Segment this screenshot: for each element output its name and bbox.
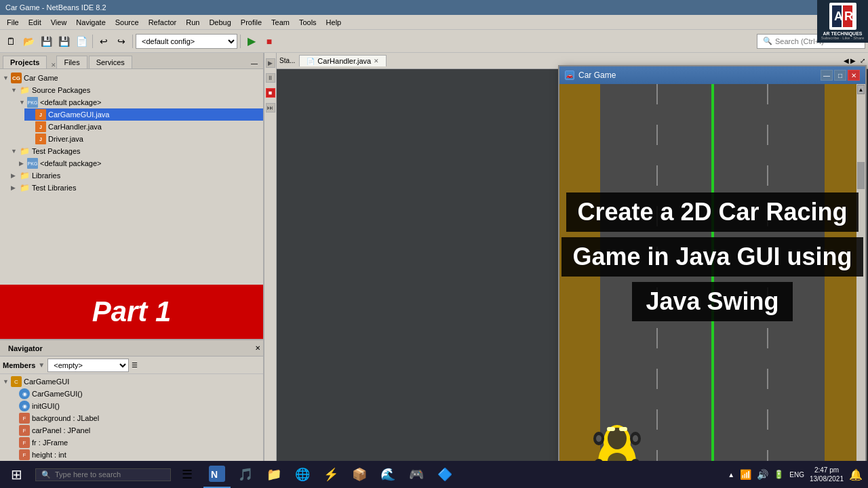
menu-view[interactable]: View [47,17,71,28]
java-file-icon-3: J [35,134,46,144]
editor-tab-label: CarHandler.java [317,57,371,65]
field-icon-2: F [19,425,30,436]
menu-file[interactable]: File [3,17,23,28]
scrollbar-thumb[interactable] [857,162,865,189]
run-toolbar-btn3[interactable]: ■ [266,88,275,98]
save-all-btn[interactable]: 💾 [56,33,72,49]
taskbar-netbeans[interactable]: N [203,461,231,488]
output-tab-label: Sta... [279,57,295,64]
taskbar-app7[interactable]: 🎮 [403,461,430,488]
java-file-icon-2: J [35,121,46,132]
editor-tab-close[interactable]: ✕ [374,58,379,64]
tree-item-libraries[interactable]: ▶ 📁 Libraries [8,169,263,182]
editor-maximize-btn[interactable]: ⤢ [860,57,865,64]
redo-btn[interactable]: ↪ [113,33,130,49]
menu-navigate[interactable]: Navigate [72,17,109,28]
menu-run[interactable]: Run [182,17,203,28]
taskbar-app8[interactable]: 🔷 [431,461,458,488]
project-tree: ▼ CG Car Game ▼ 📁 Source Packages ▼ PKG … [0,69,263,285]
nav-item-constructor[interactable]: ◉ CarGameGUI() [8,388,263,400]
menu-profile[interactable]: Profile [237,17,266,28]
tray-battery: 🔋 [774,470,784,479]
vertical-toolbar: ▶ ⏸ ■ ⏭ [264,53,277,488]
task-view-btn[interactable]: ☰ [174,461,201,488]
folder-icon: 📁 [19,85,30,96]
tab-files[interactable]: Files [56,56,87,68]
panel-collapse-btn[interactable]: — [248,58,260,68]
menu-refactor[interactable]: Refactor [144,17,181,28]
clock-time: 2:47 pm [810,466,844,474]
tree-item-default-package[interactable]: ▼ PKG <default package> [16,96,263,108]
tree-label-source-packages: Source Packages [32,86,90,94]
run-btn[interactable]: ▶ [243,33,260,49]
panel-tabs: Projects ✕ Files Services — [0,53,263,69]
nav-btn[interactable]: ☰ [132,361,138,369]
taskbar-spotify[interactable]: 🎵 [232,461,259,488]
navigator-close-btn[interactable]: ✕ [255,344,260,352]
taskbar-fileexplorer[interactable]: 📁 [260,461,288,488]
open-project-btn[interactable]: 📂 [20,33,37,49]
taskbar-app5[interactable]: 📦 [346,461,373,488]
taskbar-app4[interactable]: ⚡ [317,461,344,488]
taskbar-search-icon: 🔍 [41,470,51,479]
tray-network[interactable]: 📶 [740,469,751,480]
new-project-btn[interactable]: 🗒 [3,33,19,49]
tree-arrow-pkg: ▼ [19,99,27,106]
navigator-tab[interactable]: Navigator [3,343,48,354]
taskbar-clock[interactable]: 2:47 pm 13/08/2021 [810,466,844,483]
navigator-header: Navigator ✕ [0,340,263,357]
nav-item-carpanel[interactable]: F carPanel : JPanel [8,424,263,436]
svg-text:A: A [834,9,843,23]
ar-subtext: Subscribe · Like · Share [821,36,865,40]
tree-item-test-libraries[interactable]: ▶ 📁 Test Libraries [8,182,263,194]
run-toolbar-btn1[interactable]: ▶ [266,58,275,68]
taskbar-chrome[interactable]: 🌐 [289,461,316,488]
tree-arrow: ▼ [3,75,11,81]
nav-item-height[interactable]: F height : int [8,449,263,461]
nav-item-class[interactable]: ▼ C CarGameGUI [0,375,263,388]
menu-source[interactable]: Source [111,17,143,28]
car-game-maximize[interactable]: □ [834,70,846,81]
nav-dropdown[interactable]: <empty> [47,359,129,372]
run-toolbar-btn4[interactable]: ⏭ [266,103,275,113]
projects-tab-close[interactable]: ✕ [51,62,56,68]
tree-label-driver: Driver.java [48,135,83,143]
nav-label-background: background : JLabel [32,414,99,422]
undo-btn[interactable]: ↩ [96,33,112,49]
run-toolbar-btn2[interactable]: ⏸ [266,73,275,83]
open-file-btn[interactable]: 📄 [73,33,90,49]
tab-scroll-left[interactable]: ◀ [844,57,849,64]
nav-item-fr[interactable]: F fr : JFrame [8,436,263,449]
menu-team[interactable]: Team [267,17,294,28]
tree-item-carhandler[interactable]: J CarHandler.java [24,121,263,133]
tree-item-source-packages[interactable]: ▼ 📁 Source Packages [8,84,263,96]
car-game-close[interactable]: ✕ [848,70,860,81]
taskbar-app6[interactable]: 🌊 [374,461,401,488]
tree-item-cargamegui[interactable]: J CarGameGUI.java [24,108,263,121]
config-dropdown[interactable]: <default config> [136,34,237,49]
tab-services[interactable]: Services [89,56,132,68]
car-game-minimize[interactable]: — [821,70,833,81]
menu-debug[interactable]: Debug [205,17,235,28]
start-button[interactable]: ⊞ [0,461,33,488]
tree-item-test-default-pkg[interactable]: ▶ PKG <default package> [16,157,263,169]
tray-chevron[interactable]: ▲ [728,471,734,479]
stop-btn[interactable]: ■ [261,33,277,49]
nav-item-initgui[interactable]: ◉ initGUI() [8,400,263,412]
scrollbar-up[interactable]: ▲ [857,85,865,94]
tab-scroll-right[interactable]: ▶ [850,57,856,64]
tree-label-cargamegui: CarGameGUI.java [48,110,109,119]
carhandler-tab[interactable]: 📄 CarHandler.java ✕ [299,55,387,66]
menu-tools[interactable]: Tools [295,17,321,28]
menu-help[interactable]: Help [322,17,346,28]
tree-item-test-packages[interactable]: ▼ 📁 Test Packages [8,145,263,157]
nav-item-background[interactable]: F background : JLabel [8,412,263,424]
menu-edit[interactable]: Edit [24,17,45,28]
notification-btn[interactable]: 🔔 [849,468,863,481]
tray-volume[interactable]: 🔊 [757,469,768,480]
taskbar-search[interactable]: 🔍 Type here to search [35,468,171,481]
tree-item-driver[interactable]: J Driver.java [24,133,263,145]
tree-item-cargame[interactable]: ▼ CG Car Game [0,72,263,84]
save-btn[interactable]: 💾 [38,33,54,49]
tab-projects[interactable]: Projects [3,56,47,68]
